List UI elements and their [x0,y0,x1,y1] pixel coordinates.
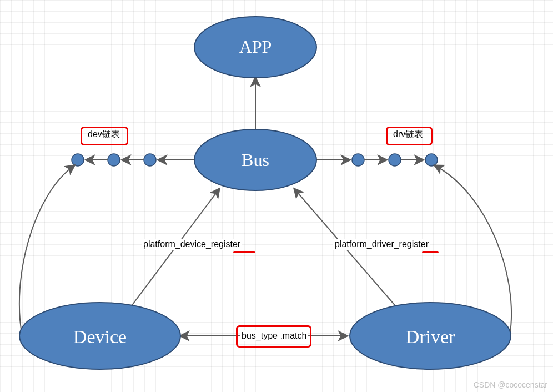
dot-l1 [144,154,156,166]
dot-l3 [72,154,84,166]
watermark: CSDN @cococenstar [474,380,547,389]
dot-r2 [389,154,401,166]
node-driver-label: Driver [406,326,455,347]
node-device-label: Device [73,326,127,347]
underline-platform-driver [422,251,439,253]
node-bus-label: Bus [242,150,269,170]
dot-r1 [352,154,364,166]
label-platform-driver-register: platform_driver_register [333,239,430,250]
underline-platform-device [233,251,255,253]
arrow-driver-to-bus [294,189,400,311]
dot-r3 [425,154,438,166]
arrow-device-to-bus [128,189,219,311]
text-drv-list: drv链表 [393,129,423,140]
redbox-bus-type-match [236,325,311,348]
text-dev-list: dev链表 [88,129,120,140]
label-platform-device-register: platform_device_register [142,239,242,250]
dot-l2 [108,154,120,166]
node-app-label: APP [239,37,272,57]
